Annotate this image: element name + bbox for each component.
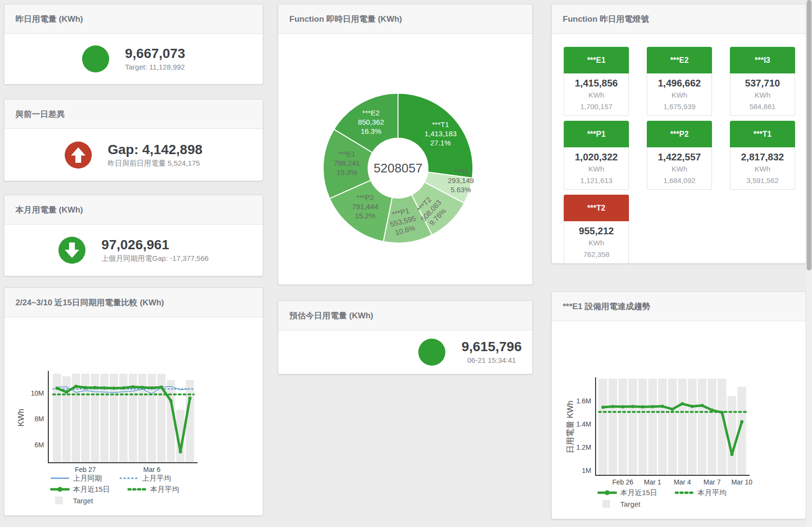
- donut-chart[interactable]: ***T11,413,18327.1%***I3293,1495.63%***T…: [278, 4, 533, 285]
- light-tile-target: 1,121,613: [564, 175, 628, 186]
- data-point[interactable]: [188, 397, 192, 400]
- panel-header[interactable]: 預估今日用電量 (KWh): [278, 301, 532, 330]
- data-point[interactable]: [740, 420, 743, 424]
- x-tick-label: Mar 7: [703, 478, 721, 486]
- panel-light-status: Function 昨日用電燈號 ***E11,415,856KWh1,700,1…: [551, 4, 806, 264]
- trend-chart[interactable]: 1.6M1.4M1.2M1M日用電量 KWhFeb 26Mar 1Mar 4Ma…: [552, 292, 807, 520]
- light-tile-target: 1,684,092: [647, 175, 712, 186]
- data-point[interactable]: [730, 453, 734, 456]
- status-ok-icon: [82, 45, 109, 72]
- target-bar[interactable]: [658, 379, 667, 475]
- legend-item[interactable]: 本月平均: [675, 488, 727, 498]
- metric-row: 9,667,073 Target: 11,128,992: [4, 34, 263, 84]
- light-tile-value: 1,415,856: [564, 77, 628, 89]
- y-axis-title: KWh: [16, 409, 26, 427]
- data-point[interactable]: [179, 450, 182, 454]
- donut-slice-T1[interactable]: [398, 93, 473, 178]
- light-tile-value: 2,817,832: [730, 151, 795, 163]
- legend-item[interactable]: 上月平均: [119, 474, 171, 483]
- target-bar[interactable]: [688, 379, 697, 475]
- panel-header[interactable]: 與前一日差異: [4, 100, 263, 129]
- x-tick-label: Feb 27: [75, 466, 96, 473]
- yesterday-usage-value: 9,667,073: [125, 45, 185, 62]
- status-ok-icon: [418, 339, 445, 366]
- data-point[interactable]: [651, 405, 655, 408]
- legend-label: 本月平均: [698, 488, 727, 498]
- panel-title: 本月用電量 (KWh): [15, 204, 83, 215]
- target-bar[interactable]: [598, 379, 607, 475]
- data-point[interactable]: [131, 385, 135, 389]
- data-point[interactable]: [611, 405, 614, 408]
- legend-item[interactable]: 本月近15日: [50, 485, 110, 494]
- target-bar[interactable]: [628, 379, 637, 475]
- data-point[interactable]: [621, 405, 625, 409]
- legend-item[interactable]: 上月同期: [50, 474, 102, 483]
- target-bar[interactable]: [708, 379, 716, 475]
- data-point[interactable]: [65, 390, 68, 394]
- target-bar[interactable]: [668, 379, 677, 475]
- light-tiles: ***E11,415,856KWh1,700,157***E21,496,662…: [552, 4, 807, 264]
- y-tick-label: 6M: [35, 441, 44, 449]
- legend-swatch-dash: [119, 474, 139, 482]
- day-gap-value: Gap: 4,142,898: [108, 142, 202, 158]
- data-point[interactable]: [122, 386, 125, 390]
- target-bar[interactable]: [186, 380, 194, 463]
- data-point[interactable]: [93, 386, 97, 389]
- data-point[interactable]: [641, 405, 644, 409]
- data-point[interactable]: [141, 386, 144, 389]
- target-bar[interactable]: [618, 379, 627, 475]
- data-point[interactable]: [150, 386, 154, 390]
- arrow-down-icon: [58, 237, 85, 264]
- target-bar[interactable]: [638, 379, 647, 475]
- legend-row: Target: [598, 499, 727, 509]
- legend-row: Target: [50, 496, 179, 505]
- legend-label: 本月近15日: [73, 485, 110, 494]
- page-scrollbar[interactable]: [806, 0, 812, 527]
- panel-month-usage: 本月用電量 (KWh) 97,026,961 上個月同期用電Gap: -17,3…: [4, 195, 263, 276]
- y-tick-label: 1.4M: [576, 420, 591, 428]
- panel-header[interactable]: 昨日用電量 (KWh): [4, 4, 263, 34]
- data-point[interactable]: [681, 402, 684, 405]
- x-tick-label: Mar 6: [143, 466, 161, 473]
- light-tile-value: 1,422,557: [647, 151, 712, 163]
- x-tick-label: Mar 4: [674, 478, 691, 486]
- month-usage-value: 97,026,961: [101, 237, 209, 253]
- y-tick-label: 8M: [35, 415, 44, 423]
- target-bar[interactable]: [648, 379, 657, 475]
- target-bar[interactable]: [727, 396, 736, 475]
- light-tile-name: ***P1: [564, 121, 629, 147]
- data-point[interactable]: [169, 399, 172, 402]
- data-point[interactable]: [671, 408, 674, 411]
- scrollbar-thumb[interactable]: [807, 0, 812, 271]
- data-point[interactable]: [84, 386, 87, 389]
- legend-item[interactable]: 本月近15日: [598, 488, 657, 498]
- legend-row: 上月同期上月平均: [50, 473, 179, 483]
- data-point[interactable]: [74, 385, 78, 388]
- light-tile-P2: ***P21,422,557KWh1,684,092: [647, 121, 712, 190]
- target-bar[interactable]: [609, 379, 617, 475]
- target-bar[interactable]: [698, 379, 707, 475]
- legend-item[interactable]: 本月平均: [128, 485, 179, 494]
- legend-item[interactable]: Target: [598, 500, 641, 508]
- light-tile-value: 1,496,662: [647, 77, 712, 89]
- data-point[interactable]: [55, 386, 58, 390]
- panel-header[interactable]: 本月用電量 (KWh): [4, 195, 263, 225]
- light-tile-unit: KWh: [564, 89, 628, 101]
- data-point[interactable]: [691, 405, 694, 408]
- legend-swatch-dash-thick: [675, 489, 694, 497]
- data-point[interactable]: [661, 405, 664, 408]
- light-tile-E1: ***E11,415,856KWh1,700,157: [564, 47, 629, 116]
- legend-item[interactable]: Target: [50, 497, 93, 505]
- compare-chart-legend: 上月同期上月平均本月近15日本月平均Target: [50, 473, 179, 505]
- light-tile-value: 1,020,322: [564, 151, 628, 163]
- data-point[interactable]: [700, 404, 704, 407]
- panel-title: 預估今日用電量 (KWh): [289, 310, 373, 321]
- data-point[interactable]: [631, 405, 634, 408]
- data-point[interactable]: [112, 386, 115, 390]
- data-point[interactable]: [103, 386, 106, 390]
- data-point[interactable]: [160, 385, 163, 389]
- data-point[interactable]: [601, 406, 605, 409]
- light-tile-name: ***E2: [647, 47, 712, 73]
- target-bar[interactable]: [678, 379, 687, 475]
- metric-row: Gap: 4,142,898 昨日與前日用電量 5,524,175: [4, 129, 263, 181]
